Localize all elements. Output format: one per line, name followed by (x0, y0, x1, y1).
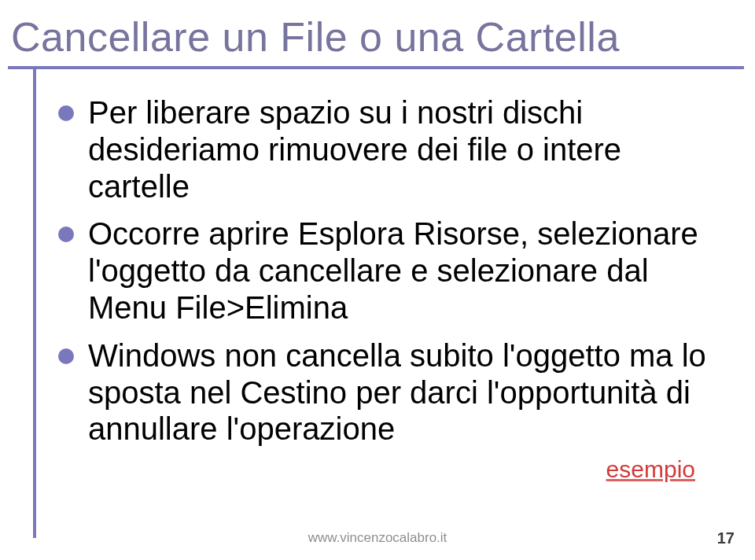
slide-title: Cancellare un File o una Cartella (8, 13, 620, 61)
bullet-list: Per liberare spazio su i nostri dischi d… (58, 94, 724, 448)
content-area: Per liberare spazio su i nostri dischi d… (58, 94, 724, 459)
bullet-item: Occorre aprire Esplora Risorse, selezion… (58, 216, 724, 326)
slide: Cancellare un File o una Cartella Per li… (0, 0, 755, 560)
bullet-item: Per liberare spazio su i nostri dischi d… (58, 94, 724, 204)
example-link[interactable]: esempio (606, 456, 695, 483)
bullet-item: Windows non cancella subito l'oggetto ma… (58, 337, 724, 448)
vertical-rule (33, 69, 36, 538)
footer-url: www.vincenzocalabro.it (0, 530, 755, 546)
page-number: 17 (717, 529, 735, 547)
title-bar: Cancellare un File o una Cartella (8, 8, 744, 69)
